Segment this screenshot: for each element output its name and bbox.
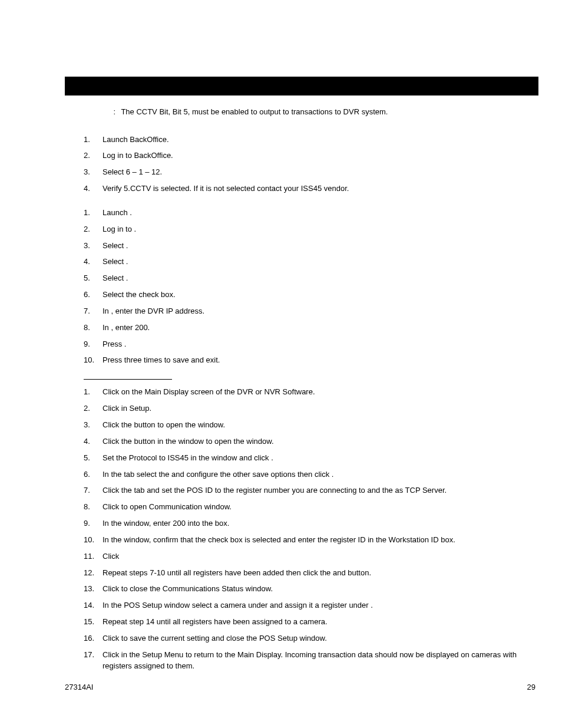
list-item: 13.Click to close the Communications Sta… — [84, 584, 527, 595]
step-num: 7. — [84, 485, 103, 496]
step-text: Click to open Communication window. — [103, 502, 527, 513]
list-item: 10.In the window, confirm that the check… — [84, 535, 527, 546]
step-num: 12. — [84, 568, 103, 579]
step-text: Select . — [103, 256, 527, 268]
step-num: 1. — [84, 207, 103, 219]
step-text: Launch BackOffice. — [103, 134, 527, 146]
step-text: Click — [103, 551, 527, 562]
list-item: 9.Press . — [84, 339, 527, 350]
step-text: In , enter the DVR IP address. — [103, 306, 527, 317]
step-text: Click in Setup. — [103, 403, 527, 414]
step-text: Click the button in the window to open t… — [103, 436, 527, 447]
step-text: Click on the Main Display screen of the … — [103, 387, 527, 398]
note-text: The CCTV Bit, Bit 5, must be enabled to … — [121, 107, 388, 116]
step-num: 5. — [84, 453, 103, 464]
page-number: 29 — [527, 683, 535, 691]
step-text: In the tab select the and configure the … — [103, 469, 527, 480]
step-text: Launch . — [103, 207, 527, 219]
step-num: 17. — [84, 650, 103, 661]
step-text: Select 6 – 1 – 12. — [103, 167, 527, 178]
list-item: 9.In the window, enter 200 into the box. — [84, 518, 527, 529]
section-c: 1.Click on the Main Display screen of th… — [84, 387, 527, 671]
list-item: 4.Verify 5.CCTV is selected. If it is no… — [84, 183, 527, 195]
list-item: 7.In , enter the DVR IP address. — [84, 306, 527, 317]
list-item: 4.Select . — [84, 256, 527, 268]
step-num: 15. — [84, 617, 103, 628]
list-item: 1.Click on the Main Display screen of th… — [84, 387, 527, 398]
list-item: 2.Click in Setup. — [84, 403, 527, 414]
step-text: In , enter 200. — [103, 322, 527, 334]
list-item: 5.Set the Protocol to ISS45 in the windo… — [84, 453, 527, 464]
step-text: Click the tab and set the POS ID to the … — [103, 485, 527, 496]
step-text: Click the button to open the window. — [103, 420, 527, 431]
step-num: 6. — [84, 289, 103, 301]
note-colon: : — [103, 106, 119, 118]
list-item: 1.Launch BackOffice. — [84, 134, 527, 146]
list-item: 1.Launch . — [84, 207, 527, 219]
step-num: 8. — [84, 502, 103, 513]
note-line: : The CCTV Bit, Bit 5, must be enabled t… — [103, 106, 527, 118]
step-text: Log in to . — [103, 224, 527, 235]
step-num: 4. — [84, 183, 103, 195]
step-text: Repeat step 14 until all registers have … — [103, 617, 527, 628]
step-num: 2. — [84, 150, 103, 162]
step-num: 13. — [84, 584, 103, 595]
step-text: Press three times to save and exit. — [103, 355, 527, 366]
step-num: 14. — [84, 600, 103, 611]
list-item: 4.Click the button in the window to open… — [84, 436, 527, 447]
step-num: 10. — [84, 535, 103, 546]
list-item: 8.Click to open Communication window. — [84, 502, 527, 513]
list-item: 14.In the POS Setup window select a came… — [84, 600, 527, 611]
step-text: Repeat steps 7-10 until all registers ha… — [103, 568, 527, 579]
footer: 27314AI 29 — [65, 683, 535, 691]
list-item: 3.Select 6 – 1 – 12. — [84, 167, 527, 178]
step-text: Click to save the current setting and cl… — [103, 633, 527, 644]
step-num: 1. — [84, 387, 103, 398]
step-num: 2. — [84, 403, 103, 414]
step-num: 8. — [84, 322, 103, 334]
list-item: 2.Log in to . — [84, 224, 527, 235]
step-text: In the window, enter 200 into the box. — [103, 518, 527, 529]
section-b: 1.Launch . 2.Log in to . 3.Select . 4.Se… — [84, 207, 527, 366]
step-text: Select the check box. — [103, 289, 527, 301]
list-item: 6.In the tab select the and configure th… — [84, 469, 527, 480]
step-num: 6. — [84, 469, 103, 480]
step-num: 9. — [84, 518, 103, 529]
step-num: 4. — [84, 436, 103, 447]
step-num: 16. — [84, 633, 103, 644]
list-item: 11.Click — [84, 551, 527, 562]
list-item: 17.Click in the Setup Menu to return to … — [84, 650, 527, 672]
step-text: Select . — [103, 241, 527, 252]
step-num: 9. — [84, 339, 103, 350]
list-item: 3.Click the button to open the window. — [84, 420, 527, 431]
list-item: 12.Repeat steps 7-10 until all registers… — [84, 568, 527, 579]
step-num: 3. — [84, 241, 103, 252]
list-item: 6.Select the check box. — [84, 289, 527, 301]
step-num: 4. — [84, 256, 103, 268]
step-text: Verify 5.CCTV is selected. If it is not … — [103, 183, 527, 195]
step-num: 3. — [84, 167, 103, 178]
step-num: 1. — [84, 134, 103, 146]
list-item: 15.Repeat step 14 until all registers ha… — [84, 617, 527, 628]
divider — [84, 379, 172, 380]
step-num: 2. — [84, 224, 103, 235]
step-text: Click to close the Communications Status… — [103, 584, 527, 595]
list-item: 10.Press three times to save and exit. — [84, 355, 527, 366]
list-item: 3.Select . — [84, 241, 527, 252]
step-text: Select . — [103, 273, 527, 284]
step-num: 5. — [84, 273, 103, 284]
step-text: Click in the Setup Menu to return to the… — [103, 650, 527, 672]
step-num: 7. — [84, 306, 103, 317]
list-item: 2.Log in to BackOffice. — [84, 150, 527, 162]
step-text: Press . — [103, 339, 527, 350]
step-num: 10. — [84, 355, 103, 366]
section-a: 1.Launch BackOffice. 2.Log in to BackOff… — [84, 134, 527, 195]
list-item: 7.Click the tab and set the POS ID to th… — [84, 485, 527, 496]
list-item: 16.Click to save the current setting and… — [84, 633, 527, 644]
step-text: Set the Protocol to ISS45 in the window … — [103, 453, 527, 464]
step-text: Log in to BackOffice. — [103, 150, 527, 162]
step-num: 3. — [84, 420, 103, 431]
step-text: In the window, confirm that the check bo… — [103, 535, 527, 546]
list-item: 8.In , enter 200. — [84, 322, 527, 334]
step-text: In the POS Setup window select a camera … — [103, 600, 527, 611]
